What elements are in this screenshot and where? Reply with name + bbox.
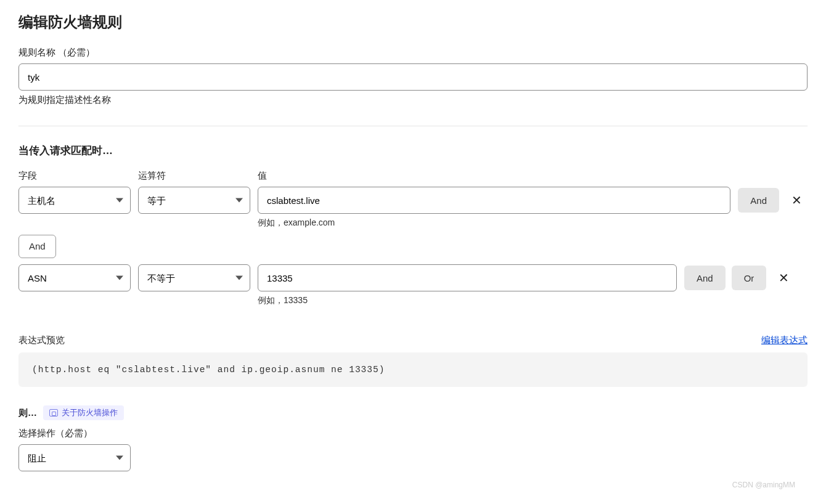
book-icon bbox=[49, 409, 58, 417]
columns-header: 字段 运算符 值 bbox=[18, 170, 808, 182]
close-icon: ✕ bbox=[779, 270, 789, 285]
and-button[interactable]: And bbox=[738, 188, 779, 213]
select-action-label: 选择操作（必需） bbox=[18, 428, 808, 439]
page-title: 编辑防火墙规则 bbox=[18, 12, 808, 32]
help-text: 关于防火墙操作 bbox=[62, 407, 118, 418]
rule-name-label: 规则名称 （必需） bbox=[18, 47, 808, 59]
section-divider bbox=[18, 126, 808, 126]
field-select[interactable]: ASN bbox=[18, 264, 131, 291]
expression-preview-label: 表达式预览 bbox=[18, 335, 65, 346]
match-heading: 当传入请求匹配时… bbox=[18, 144, 808, 158]
remove-row-button[interactable]: ✕ bbox=[785, 189, 808, 211]
remove-row-button[interactable]: ✕ bbox=[772, 267, 795, 289]
value-input[interactable] bbox=[258, 264, 677, 291]
rule-name-hint: 为规则指定描述性名称 bbox=[18, 94, 808, 106]
rule-row: ASN 不等于 例如，13335 And Or ✕ bbox=[18, 264, 808, 306]
value-input[interactable] bbox=[258, 187, 730, 214]
col-value-label: 值 bbox=[258, 170, 808, 182]
col-field-label: 字段 bbox=[18, 170, 131, 182]
close-icon: ✕ bbox=[791, 193, 802, 208]
rule-name-input[interactable] bbox=[18, 63, 808, 91]
col-operator-label: 运算符 bbox=[138, 170, 250, 182]
action-select[interactable]: 阻止 bbox=[18, 444, 131, 471]
edit-expression-link[interactable]: 编辑表达式 bbox=[761, 335, 808, 346]
and-button[interactable]: And bbox=[684, 266, 726, 290]
operator-select[interactable]: 不等于 bbox=[138, 264, 250, 291]
value-hint: 例如，13335 bbox=[258, 295, 677, 306]
firewall-action-help-link[interactable]: 关于防火墙操作 bbox=[43, 405, 124, 420]
field-select[interactable]: 主机名 bbox=[18, 187, 131, 214]
expression-preview: (http.host eq "cslabtest.live" and ip.ge… bbox=[18, 352, 808, 387]
or-button[interactable]: Or bbox=[732, 266, 767, 290]
then-label: 则… bbox=[18, 407, 37, 419]
value-hint: 例如，example.com bbox=[258, 217, 730, 229]
rule-row: 主机名 等于 例如，example.com And ✕ bbox=[18, 187, 808, 229]
and-connector: And bbox=[18, 235, 56, 258]
watermark: CSDN @amingMM bbox=[732, 481, 795, 489]
operator-select[interactable]: 等于 bbox=[138, 187, 250, 214]
